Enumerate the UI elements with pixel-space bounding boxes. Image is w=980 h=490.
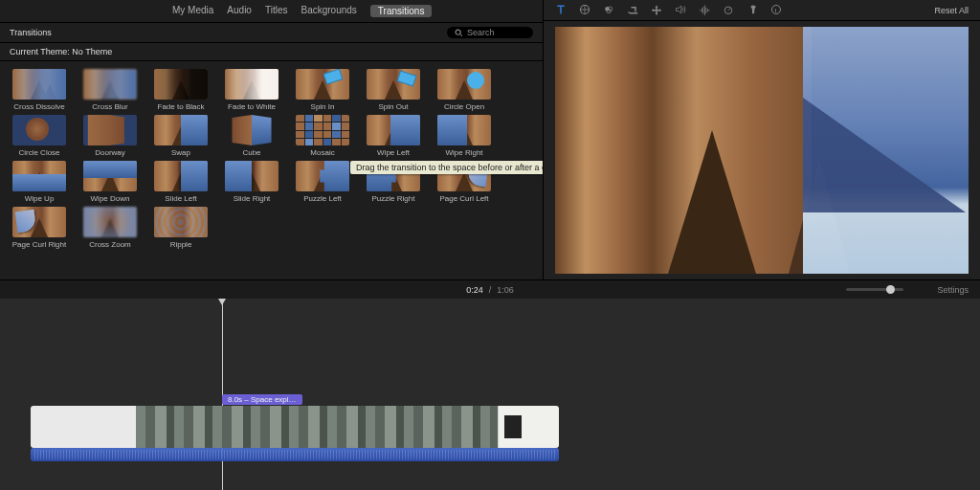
transition-label: Puzzle Left xyxy=(290,194,355,203)
transition-label: Spin Out xyxy=(361,102,426,111)
transitions-grid: Cross Dissolve Cross Blur Fade to Black … xyxy=(0,61,543,256)
transition-spin-out[interactable]: Spin Out xyxy=(360,69,427,111)
time-sep: / xyxy=(489,285,492,295)
transition-wipe-up[interactable]: Wipe Up xyxy=(6,161,73,203)
transition-slide-right[interactable]: Slide Right xyxy=(218,161,285,203)
transition-label: Page Curl Left xyxy=(432,194,497,203)
tab-audio[interactable]: Audio xyxy=(227,5,252,17)
time-total: 1:06 xyxy=(497,285,514,295)
transition-label: Page Curl Right xyxy=(7,240,72,249)
noise-reduction-icon[interactable] xyxy=(699,4,710,17)
transition-label: Cross Dissolve xyxy=(7,102,72,111)
transition-cube[interactable]: Cube xyxy=(218,115,285,157)
search-icon xyxy=(455,29,463,37)
transition-circle-open[interactable]: Circle Open xyxy=(431,69,498,111)
browser-tabs: My Media Audio Titles Backgrounds Transi… xyxy=(0,0,543,22)
tab-my-media[interactable]: My Media xyxy=(172,5,213,17)
transition-label: Wipe Down xyxy=(78,194,143,203)
transition-label: Wipe Right xyxy=(432,148,497,157)
transition-label: Wipe Left xyxy=(361,148,426,157)
filter-icon[interactable] xyxy=(746,4,758,17)
transition-label: Cube xyxy=(219,148,284,157)
transition-label: Circle Close xyxy=(7,148,72,157)
transition-label: Ripple xyxy=(148,240,213,249)
transition-label: Fade to White xyxy=(219,102,284,111)
tab-backgrounds[interactable]: Backgrounds xyxy=(301,5,356,17)
clip-segment-endcard xyxy=(498,406,559,448)
color-balance-icon[interactable] xyxy=(579,4,590,17)
transition-mosaic[interactable]: Mosaic xyxy=(289,115,356,157)
transition-label: Cross Zoom xyxy=(78,240,143,249)
transition-label: Fade to Black xyxy=(148,102,213,111)
transition-wipe-left[interactable]: Wipe Left xyxy=(360,115,427,157)
time-current: 0:24 xyxy=(466,285,483,295)
transition-spin-in[interactable]: Spin In xyxy=(289,69,356,111)
tab-transitions[interactable]: Transitions xyxy=(370,5,433,17)
drag-tooltip: Drag the transition to the space before … xyxy=(350,161,543,174)
transition-label: Swap xyxy=(148,148,213,157)
crop-icon[interactable] xyxy=(627,4,638,17)
browser-panel: My Media Audio Titles Backgrounds Transi… xyxy=(0,0,543,279)
preview-canvas[interactable] xyxy=(555,27,969,274)
transition-label: Circle Open xyxy=(432,102,497,111)
audio-clip[interactable] xyxy=(31,448,559,461)
transition-label: Wipe Up xyxy=(7,194,72,203)
video-clip[interactable] xyxy=(31,406,559,448)
text-adjust-icon[interactable] xyxy=(555,4,567,17)
transition-wipe-right[interactable]: Wipe Right xyxy=(431,115,498,157)
transition-slide-left[interactable]: Slide Left xyxy=(147,161,214,203)
transition-label: Cross Blur xyxy=(78,102,143,111)
volume-icon[interactable] xyxy=(675,4,686,17)
transition-ripple[interactable]: Ripple xyxy=(147,207,214,249)
timeline-header: 0:24 / 1:06 Settings xyxy=(0,279,980,299)
zoom-slider[interactable] xyxy=(846,288,903,291)
transition-label: Spin In xyxy=(290,102,355,111)
transition-label: Mosaic xyxy=(290,148,355,157)
viewer-panel: Reset All xyxy=(543,0,980,279)
transition-cross-dissolve[interactable]: Cross Dissolve xyxy=(6,69,73,111)
viewer-toolbar: Reset All xyxy=(544,0,980,21)
search-input[interactable]: Search xyxy=(447,27,533,38)
transition-label: Slide Right xyxy=(219,194,284,203)
transition-cross-zoom[interactable]: Cross Zoom xyxy=(77,207,144,249)
transition-cross-blur[interactable]: Cross Blur xyxy=(77,69,144,111)
transition-wipe-down[interactable]: Wipe Down xyxy=(77,161,144,203)
transition-swap[interactable]: Swap xyxy=(147,115,214,157)
clip-segment-title xyxy=(31,406,136,448)
color-correction-icon[interactable] xyxy=(603,4,614,17)
timeline[interactable]: 8.0s – Space expl… xyxy=(0,299,980,490)
clip-segment-footage xyxy=(136,406,498,448)
stabilize-icon[interactable] xyxy=(651,4,662,17)
info-icon[interactable] xyxy=(770,4,782,17)
timeline-settings-button[interactable]: Settings xyxy=(937,285,969,295)
transition-doorway[interactable]: Doorway xyxy=(77,115,144,157)
search-placeholder: Search xyxy=(467,28,495,37)
transition-label: Doorway xyxy=(78,148,143,157)
tab-titles[interactable]: Titles xyxy=(265,5,288,17)
transition-fade-to-black[interactable]: Fade to Black xyxy=(147,69,214,111)
transition-puzzle-left[interactable]: Puzzle Left xyxy=(289,161,356,203)
transition-page-curl-right[interactable]: Page Curl Right xyxy=(6,207,73,249)
clip-label: 8.0s – Space expl… xyxy=(222,394,302,405)
transition-circle-close[interactable]: Circle Close xyxy=(6,115,73,157)
reset-all-button[interactable]: Reset All xyxy=(934,6,969,15)
speed-icon[interactable] xyxy=(723,4,734,17)
transition-fade-to-white[interactable]: Fade to White xyxy=(218,69,285,111)
theme-row[interactable]: Current Theme: No Theme xyxy=(0,43,543,61)
transition-label: Slide Left xyxy=(148,194,213,203)
transition-label: Puzzle Right xyxy=(361,194,426,203)
panel-title: Transitions xyxy=(10,28,52,37)
